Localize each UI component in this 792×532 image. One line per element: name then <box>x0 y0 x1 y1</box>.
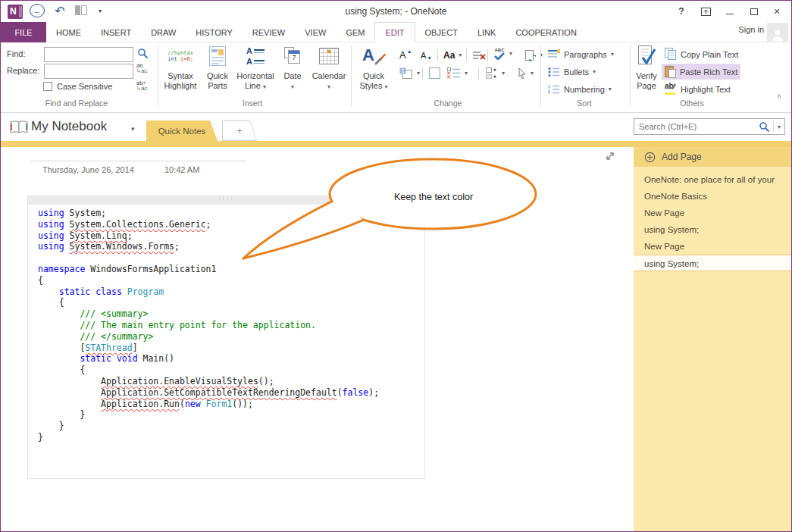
shrink-font-button[interactable]: A▼ <box>418 47 438 63</box>
tag-button[interactable]: ▾ <box>483 65 508 81</box>
tab-gem[interactable]: GEM <box>336 22 374 42</box>
case-sensitive-checkbox[interactable] <box>43 82 52 91</box>
calendar-icon <box>319 44 339 68</box>
quick-parts-icon <box>209 44 226 68</box>
code-line: } <box>38 409 379 421</box>
code-line: { <box>38 275 379 286</box>
highlight-text-button[interactable]: ab Highlight Text <box>662 81 734 97</box>
checklist-button[interactable]: ▾ <box>444 65 471 81</box>
sign-in-link[interactable]: Sign in <box>738 25 764 34</box>
tab-review[interactable]: REVIEW <box>243 22 295 42</box>
page-list-item[interactable]: using System; <box>634 221 792 238</box>
border-box-icon[interactable] <box>426 65 443 81</box>
code-line: /// <summary> <box>38 308 379 320</box>
code-line: { <box>38 365 379 376</box>
select-cursor-button[interactable]: ▾ <box>513 65 537 81</box>
page-date-line: Thursday, June 26, 2014 10:42 AM <box>42 165 199 174</box>
replace-icon[interactable]: ab↳ac <box>136 63 147 74</box>
code-line: /// The main entry point for the applica… <box>38 320 379 331</box>
speech-bubble-text: Keep the text color <box>332 192 535 202</box>
page-list-item-selected[interactable]: using System; <box>634 255 792 271</box>
find-search-icon[interactable] <box>137 48 149 59</box>
page-sidebar: Add Page OneNote: one place for all of y… <box>634 147 792 532</box>
tab-draw[interactable]: DRAW <box>141 22 186 42</box>
numbering-button[interactable]: 123 Numbering▾ <box>545 81 615 97</box>
code-line: static class Program <box>38 286 379 298</box>
bullets-button[interactable]: Bullets▾ <box>545 64 599 80</box>
paragraphs-button[interactable]: Paragraphs▾ <box>545 46 617 62</box>
grow-font-button[interactable]: A▲ <box>396 47 418 63</box>
paste-rich-text-button[interactable]: Paste Rich Text <box>662 64 740 80</box>
onenote-window: N ← ↶ ▾ using System; - OneNote ? × FILE… <box>0 0 792 532</box>
quick-styles-button[interactable]: A Quick Styles ▾ <box>355 44 392 111</box>
person-icon <box>771 28 784 42</box>
close-icon[interactable]: × <box>767 5 787 18</box>
tab-link[interactable]: LINK <box>468 22 506 42</box>
quick-styles-icon: A <box>362 44 385 68</box>
find-label: Find: <box>7 49 25 58</box>
avatar[interactable] <box>767 23 788 42</box>
collapse-ribbon-icon[interactable]: ^ <box>772 94 786 106</box>
new-section-tab[interactable]: + <box>222 120 257 141</box>
replace-all-icon[interactable]: ab+↳ac <box>136 80 147 91</box>
search-scope-dropdown-icon[interactable]: ▾ <box>774 124 784 130</box>
date-icon: 7 <box>284 44 301 68</box>
tab-history[interactable]: HISTORY <box>186 22 243 42</box>
page-canvas[interactable]: Thursday, June 26, 2014 10:42 AM ···· us… <box>1 147 634 532</box>
clear-formatting-icon[interactable] <box>469 47 489 63</box>
code-line: /// </summary> <box>38 331 379 343</box>
numbering-box-button[interactable]: 1 ▾ <box>396 65 423 81</box>
tab-home[interactable]: HOME <box>46 22 91 42</box>
tag-icon <box>486 67 498 79</box>
expand-page-icon[interactable] <box>605 151 615 161</box>
verify-page-icon <box>637 44 656 68</box>
search-icon[interactable] <box>759 121 770 133</box>
page-list-item[interactable]: OneNote: one place for all of your <box>634 171 792 188</box>
copy-plain-text-button[interactable]: Copy Plain Text <box>662 46 741 62</box>
tab-view[interactable]: VIEW <box>295 22 336 42</box>
group-divider <box>158 45 158 107</box>
page-list-item[interactable]: New Page <box>634 238 792 255</box>
paste-rich-text-icon <box>665 65 676 78</box>
tab-file[interactable]: FILE <box>1 22 46 42</box>
page-list-item[interactable]: New Page <box>634 205 792 221</box>
syntax-highlight-icon: //Syntax int i=0; <box>167 44 193 68</box>
tab-cooperation[interactable]: COOPERATION <box>506 22 586 42</box>
calendar-button[interactable]: Calendar▾ <box>310 44 348 111</box>
group-divider <box>630 45 631 107</box>
bullets-icon <box>548 67 560 77</box>
find-input[interactable] <box>44 47 133 62</box>
maximize-icon[interactable] <box>744 5 764 18</box>
change-case-button[interactable]: Aa▾ <box>440 47 465 63</box>
notebook-icon <box>10 120 28 134</box>
spell-check-button[interactable]: ABC ▾ <box>490 45 515 61</box>
ribbon-tab-row: FILE HOMEINSERTDRAWHISTORYREVIEWVIEWGEME… <box>1 22 791 42</box>
help-icon[interactable]: ? <box>671 5 691 18</box>
tab-insert[interactable]: INSERT <box>91 22 141 42</box>
page-list-item[interactable]: OneNote Basics <box>634 188 792 205</box>
replace-input[interactable] <box>44 64 133 79</box>
minimize-icon[interactable] <box>720 5 740 18</box>
search-input[interactable] <box>634 122 759 131</box>
page-template-icon <box>524 49 536 61</box>
speech-bubble[interactable] <box>228 155 554 268</box>
group-label-find-replace: Find and Replace <box>16 99 137 108</box>
notebook-name[interactable]: My Notebook <box>31 119 107 134</box>
svg-text:3: 3 <box>548 91 550 94</box>
horizontal-line-icon: A A <box>246 44 265 68</box>
page-date: Thursday, June 26, 2014 <box>42 165 134 174</box>
tab-edit[interactable]: EDIT <box>374 22 415 42</box>
group-divider <box>351 45 352 107</box>
section-tab-quick-notes[interactable]: Quick Notes <box>146 120 218 141</box>
ribbon-display-options-icon[interactable] <box>696 5 715 18</box>
tab-object[interactable]: OBJECT <box>415 22 468 42</box>
notebook-dropdown-icon[interactable]: ▾ <box>131 125 135 133</box>
group-label-sort: Sort <box>524 99 645 108</box>
code-line: Application.SetCompatibleTextRenderingDe… <box>38 387 379 399</box>
case-sensitive-label: Case Sensitive <box>57 82 112 91</box>
plus-icon: + <box>236 125 243 136</box>
add-page-icon <box>644 152 656 163</box>
page-list: OneNote: one place for all of yourOneNot… <box>634 171 792 271</box>
page-template-button[interactable]: ▾ <box>521 47 546 63</box>
add-page-button[interactable]: Add Page <box>634 147 792 167</box>
